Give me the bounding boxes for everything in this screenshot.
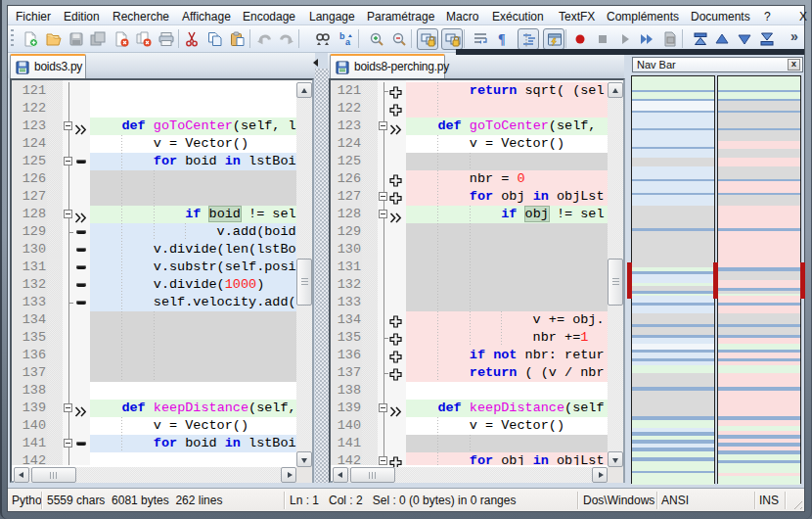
svg-text:¶: ¶ — [498, 32, 506, 47]
svg-text:a: a — [345, 37, 351, 47]
